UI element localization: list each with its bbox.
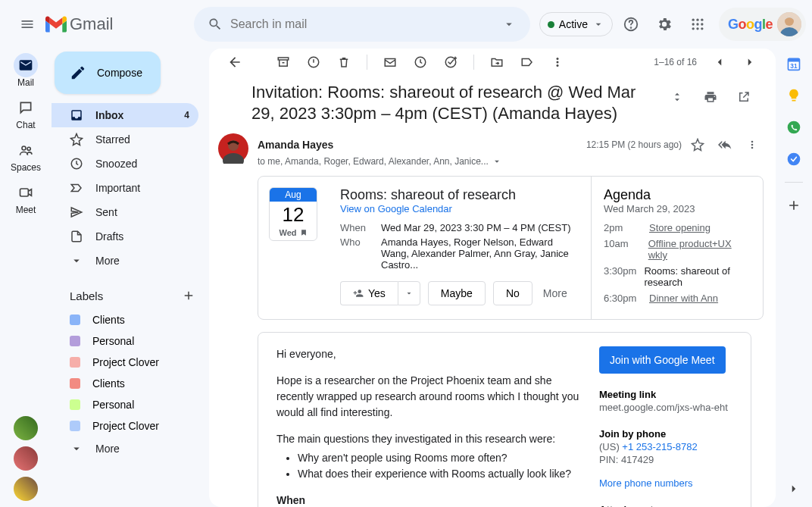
apps-button[interactable] (682, 9, 713, 39)
mark-unread-button[interactable] (376, 49, 404, 76)
add-task-button[interactable] (437, 49, 464, 76)
hide-sidepanel-button[interactable] (785, 480, 803, 498)
rail-chat[interactable]: Chat (0, 94, 52, 132)
svg-rect-16 (20, 189, 29, 196)
page-counter: 1–16 of 16 (654, 57, 697, 67)
search-input[interactable] (230, 17, 494, 31)
get-addons-button[interactable] (785, 196, 803, 214)
svg-point-1 (630, 27, 631, 28)
rsvp-yes-dropdown[interactable] (398, 281, 420, 305)
search-options-button[interactable] (494, 9, 524, 39)
gmail-icon (45, 16, 67, 33)
message-more-button[interactable] (741, 133, 764, 156)
agenda-entry[interactable]: Dinner with Ann (649, 293, 718, 304)
move-button[interactable] (483, 49, 511, 76)
nav-starred[interactable]: Starred (52, 127, 198, 152)
prev-page-button[interactable] (706, 49, 733, 76)
more-phone-link[interactable]: More phone numbers (599, 477, 739, 489)
agenda-entry[interactable]: Store opening (649, 222, 710, 233)
main-menu-button[interactable] (12, 9, 42, 39)
clock-icon (70, 157, 83, 171)
chevron-right-icon (787, 482, 801, 496)
phone-number[interactable]: +1 253-215-8782 (622, 441, 697, 452)
presence-avatar-2[interactable] (14, 446, 38, 471)
snooze-button[interactable] (407, 49, 434, 76)
svg-point-6 (696, 23, 698, 25)
svg-point-29 (751, 141, 754, 143)
nav-drafts[interactable]: Drafts (52, 224, 198, 249)
nav-sent[interactable]: Sent (52, 200, 198, 224)
delete-button[interactable] (330, 49, 358, 76)
rail-spaces[interactable]: Spaces (0, 136, 52, 174)
rsvp-maybe-button[interactable]: Maybe (428, 281, 486, 305)
nav-important[interactable]: Important (52, 176, 198, 200)
labels-more[interactable]: More (52, 437, 198, 461)
contacts-addon[interactable] (785, 150, 803, 168)
expand-collapse-button[interactable] (664, 83, 691, 111)
account-avatar[interactable] (777, 12, 801, 36)
pencil-icon (70, 64, 86, 81)
external-icon (737, 90, 751, 104)
rsvp-no-button[interactable]: No (493, 281, 532, 305)
gmail-logo[interactable]: Gmail (45, 14, 194, 34)
settings-button[interactable] (649, 9, 679, 39)
print-button[interactable] (697, 83, 724, 111)
agenda-entry[interactable]: Offline product+UX wkly (648, 238, 751, 261)
rail-meet[interactable]: Meet (0, 179, 52, 217)
label-item[interactable]: Project Clover (52, 352, 209, 373)
google-account[interactable]: Google (719, 8, 806, 41)
nav-inbox[interactable]: Inbox 4 (52, 103, 198, 127)
svg-point-3 (696, 19, 698, 21)
star-message-button[interactable] (686, 133, 709, 156)
label-button[interactable] (514, 49, 541, 76)
join-meet-button[interactable]: Join with Google Meet (599, 346, 726, 374)
spam-button[interactable] (300, 49, 327, 76)
help-icon (623, 16, 639, 33)
chevron-right-icon (743, 55, 757, 69)
label-item[interactable]: Personal (52, 394, 209, 415)
chevron-down-icon (70, 254, 83, 268)
more-actions-button[interactable] (544, 49, 571, 76)
status-dot-icon (548, 21, 554, 28)
compose-button[interactable]: Compose (55, 52, 161, 94)
label-item[interactable]: Clients (52, 309, 209, 330)
svg-point-15 (27, 147, 30, 150)
search-bar[interactable] (194, 7, 530, 42)
label-item[interactable]: Clients (52, 373, 209, 394)
apps-grid-icon (690, 17, 705, 32)
popout-button[interactable] (730, 83, 757, 111)
nav-more[interactable]: More (52, 249, 198, 273)
caret-down-icon[interactable] (492, 156, 502, 167)
view-calendar-link[interactable]: View on Google Calendar (340, 203, 579, 214)
search-icon[interactable] (200, 9, 230, 39)
tasks-addon[interactable] (785, 118, 803, 136)
archive-button[interactable] (270, 49, 297, 76)
sender-name: Amanda Hayes (258, 139, 333, 151)
rail-mail[interactable]: Mail (0, 52, 52, 89)
archive-icon (276, 55, 290, 69)
google-wordmark: Google (728, 17, 773, 33)
calendar-addon[interactable]: 31 (785, 55, 803, 73)
add-label-button[interactable] (182, 289, 195, 302)
back-button[interactable] (221, 49, 248, 76)
sender-avatar[interactable] (218, 133, 248, 164)
bookmark-icon (300, 229, 308, 236)
presence-avatar-3[interactable] (14, 477, 38, 501)
status-chip[interactable]: Active (539, 12, 613, 36)
more-vert-icon (551, 55, 564, 69)
rsvp-more[interactable]: More (543, 287, 567, 299)
plus-icon (786, 198, 801, 213)
meeting-link[interactable]: meet.google.com/jxs-wha-eht (599, 402, 739, 413)
presence-avatar-1[interactable] (14, 416, 38, 440)
keep-addon[interactable] (785, 86, 803, 105)
nav-snoozed[interactable]: Snoozed (52, 152, 198, 176)
label-item[interactable]: Personal (52, 330, 209, 352)
label-item[interactable]: Project Clover (52, 415, 209, 437)
support-button[interactable] (616, 9, 646, 39)
rsvp-yes-button[interactable]: Yes (340, 281, 398, 305)
next-page-button[interactable] (736, 49, 764, 76)
calendar-icon: 31 (786, 56, 801, 71)
event-when: Wed Mar 29, 2023 3:30 PM – 4 PM (CEST) (381, 222, 579, 233)
meeting-link-label: Meeting link (599, 389, 739, 400)
reply-all-button[interactable] (714, 133, 736, 156)
